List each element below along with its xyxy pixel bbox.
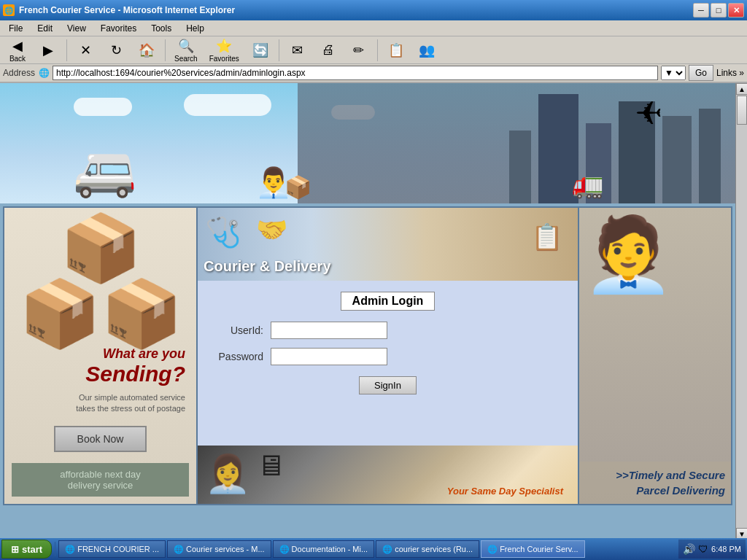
what-sending-text: What are you Sending? Our simple automat… <box>12 346 189 415</box>
windows-logo: ⊞ <box>11 544 19 555</box>
userid-row: UserId: <box>212 322 563 339</box>
messenger-button[interactable]: 👥 <box>412 38 441 63</box>
menu-bar: File Edit View Favorites Tools Help <box>0 20 747 36</box>
taskbar-item-2[interactable]: 🌐 Documentation - Mi... <box>273 540 375 558</box>
tablet-icon: 📋 <box>531 222 563 252</box>
book-now-button[interactable]: Book Now <box>54 426 147 452</box>
toolbar: ◀ Back ▶ ✕ ↻ 🏠 🔍 Search ⭐ Favorites 🔄 ✉ … <box>0 36 747 64</box>
go-button[interactable]: Go <box>689 65 713 81</box>
courier-delivery-banner: 🩺 🤝 📋 Courier & Delivery <box>198 208 578 281</box>
search-button[interactable]: 🔍 Search <box>169 38 203 63</box>
banner-plane-icon: ✈ <box>635 94 662 133</box>
taskbar-icon-3: 🌐 <box>382 545 392 554</box>
scroll-up-button[interactable]: ▲ <box>736 83 747 95</box>
toolbar-separator-2 <box>165 39 166 61</box>
title-bar: 🌐 French Courier Service - Microsoft Int… <box>0 0 747 20</box>
minimize-button[interactable]: ─ <box>693 3 709 18</box>
taskbar-item-3[interactable]: 🌐 courier services (Ru... <box>376 540 479 558</box>
left-panel: 📦📦📦 What are you Sending? Our simple aut… <box>4 208 198 504</box>
stop-button[interactable]: ✕ <box>71 38 100 63</box>
menu-view[interactable]: View <box>61 22 92 35</box>
links-label: Links » <box>716 68 744 78</box>
login-area: Admin Login UserId: Password SignIn <box>198 281 578 446</box>
tagline-text: Our simple automated servicetakes the st… <box>12 392 185 415</box>
app-icon: 🌐 <box>3 4 15 16</box>
window-title: French Courier Service - Microsoft Inter… <box>19 5 235 15</box>
three-column-layout: 📦📦📦 What are you Sending? Our simple aut… <box>3 206 732 505</box>
menu-favorites[interactable]: Favorites <box>95 22 142 35</box>
menu-file[interactable]: File <box>3 22 28 35</box>
sending-label: Sending? <box>12 362 185 386</box>
signin-row: SignIn <box>212 376 563 394</box>
messenger-icon: 👥 <box>419 42 435 58</box>
banner-boxes-icon: 📦 <box>285 174 311 200</box>
taskbar-label-3: courier services (Ru... <box>395 545 473 553</box>
discuss-button[interactable]: 📋 <box>382 38 411 63</box>
taskbar-item-1[interactable]: 🌐 Courier services - M... <box>167 540 271 558</box>
favorites-button[interactable]: ⭐ Favorites <box>204 38 244 63</box>
your-same-day-text: Your Same Day Specialist <box>447 486 563 497</box>
speaker-icon: 🔊 <box>683 543 695 555</box>
taskbar-separator <box>55 542 55 556</box>
toolbar-separator-3 <box>279 39 279 61</box>
bottom-person-icon: 👩‍💼 <box>205 453 250 495</box>
edit-button[interactable]: ✏ <box>344 38 374 63</box>
menu-help[interactable]: Help <box>180 22 210 35</box>
menu-edit[interactable]: Edit <box>31 22 58 35</box>
mail-button[interactable]: ✉ <box>283 38 312 63</box>
print-button[interactable]: 🖨 <box>314 38 343 63</box>
toolbar-separator-4 <box>377 39 378 61</box>
print-icon: 🖨 <box>322 42 335 58</box>
right-panel: 🧑‍💼 >>Timely and SecureParcel Delivering <box>578 208 731 504</box>
address-input[interactable] <box>53 66 658 80</box>
what-are-label: What are you <box>12 346 185 362</box>
arrows-icon: >> <box>616 469 629 481</box>
refresh-icon: ↻ <box>111 42 122 58</box>
favorites-label: Favorites <box>209 55 239 63</box>
bottom-monitor-icon: 🖥 <box>256 449 285 482</box>
maximize-button[interactable]: □ <box>711 3 727 18</box>
header-banner: 🚐 👨‍💼 📦 ✈ 🚛 <box>0 83 735 203</box>
login-title: Admin Login <box>341 292 436 311</box>
banner-truck-icon: 🚛 <box>572 170 604 200</box>
banner-van-icon: 🚐 <box>73 140 136 200</box>
password-row: Password <box>212 348 563 365</box>
userid-label: UserId: <box>212 324 263 336</box>
middle-panel: 🩺 🤝 📋 Courier & Delivery Admin Login Use… <box>198 208 578 504</box>
taskbar-icon-0: 🌐 <box>65 545 75 554</box>
address-bar: Address 🌐 ▼ Go Links » <box>0 64 747 83</box>
signin-button[interactable]: SignIn <box>359 376 417 394</box>
menu-tools[interactable]: Tools <box>145 22 177 35</box>
media-button[interactable]: 🔄 <box>246 38 275 63</box>
address-dropdown[interactable]: ▼ <box>661 66 686 80</box>
home-icon: 🏠 <box>139 42 155 58</box>
browser-content: 🚐 👨‍💼 📦 ✈ 🚛 📦📦📦 What are you Sending? Ou… <box>0 83 747 540</box>
media-icon: 🔄 <box>252 42 268 58</box>
userid-input[interactable] <box>271 322 387 339</box>
edit-icon: ✏ <box>353 42 364 58</box>
hands-icon: 🤝 <box>256 215 288 245</box>
main-content: 🚐 👨‍💼 📦 ✈ 🚛 📦📦📦 What are you Sending? Ou… <box>0 83 735 540</box>
refresh-button[interactable]: ↻ <box>101 38 131 63</box>
taskbar-item-4[interactable]: 🌐 French Courier Serv... <box>481 540 584 558</box>
scroll-thumb[interactable] <box>737 96 747 125</box>
scroll-track[interactable] <box>736 95 747 528</box>
taskbar-label-4: French Courier Serv... <box>500 545 578 553</box>
taskbar-label-2: Documentation - Mi... <box>292 545 368 553</box>
stop-icon: ✕ <box>80 42 91 58</box>
close-button[interactable]: ✕ <box>728 3 744 18</box>
back-label: Back <box>9 55 26 63</box>
antivirus-icon: 🛡 <box>698 543 708 555</box>
start-label: start <box>22 544 42 555</box>
bottom-strip: 👩‍💼 🖥 Your Same Day Specialist <box>198 446 578 504</box>
back-button[interactable]: ◀ Back <box>3 38 32 63</box>
taskbar-item-0[interactable]: 🌐 FRENCH COURIER ... <box>58 540 166 558</box>
discuss-icon: 📋 <box>388 42 404 58</box>
start-button[interactable]: ⊞ start <box>1 540 52 559</box>
taskbar-clock: 6:48 PM <box>711 545 741 553</box>
affordable-text: affordable next daydelivery service <box>12 463 189 497</box>
password-input[interactable] <box>271 348 387 365</box>
home-button[interactable]: 🏠 <box>132 38 161 63</box>
timely-text-area: >>Timely and SecureParcel Delivering <box>579 462 731 504</box>
forward-button[interactable]: ▶ <box>34 38 63 63</box>
